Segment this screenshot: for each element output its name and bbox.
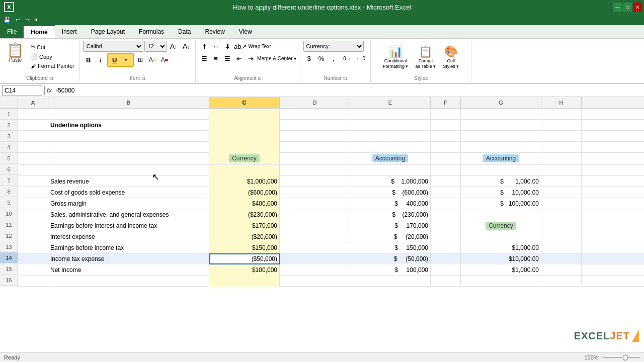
cell-h5[interactable]	[541, 153, 582, 164]
cell-g16[interactable]	[461, 276, 541, 287]
undo-button[interactable]: ↩	[14, 16, 22, 24]
cell-d5[interactable]	[280, 153, 350, 164]
cell-f16[interactable]	[431, 276, 461, 287]
cell-c7[interactable]: $1,000,000	[209, 176, 280, 187]
cell-f12[interactable]	[431, 231, 461, 242]
cell-a9[interactable]	[18, 198, 48, 209]
cell-d1[interactable]	[280, 109, 350, 120]
cell-d16[interactable]	[280, 276, 350, 287]
cell-d4[interactable]	[280, 142, 350, 153]
cell-b5[interactable]	[48, 153, 209, 164]
cell-h10[interactable]	[541, 209, 582, 220]
cell-g2[interactable]	[461, 120, 541, 131]
cell-d11[interactable]	[280, 220, 350, 231]
decrease-font-button[interactable]: A↓	[181, 41, 192, 52]
cell-c15[interactable]: $100,000	[209, 264, 280, 276]
row-num-14[interactable]: 14	[0, 252, 18, 263]
cell-e9[interactable]: $ 400,000	[350, 198, 431, 209]
cell-d15[interactable]	[280, 264, 350, 276]
cell-f10[interactable]	[431, 209, 461, 220]
cell-e14[interactable]: $ (50,000)	[350, 253, 431, 264]
cell-e5[interactable]: Accounting	[350, 153, 431, 164]
cell-d2[interactable]	[280, 120, 350, 131]
cell-g4[interactable]	[461, 142, 541, 153]
cell-h6[interactable]	[541, 165, 582, 176]
cell-b11[interactable]: Earnings before interest and income tax	[48, 220, 209, 231]
minimize-button[interactable]: ─	[613, 3, 622, 12]
row-num-12[interactable]: 12	[0, 230, 18, 241]
cell-b9[interactable]: Gross margin	[48, 198, 209, 209]
quick-access-dropdown[interactable]: ▾	[33, 16, 39, 24]
row-num-5[interactable]: 5	[0, 153, 18, 164]
row-num-8[interactable]: 8	[0, 186, 18, 197]
col-header-d[interactable]: D	[280, 97, 350, 108]
cell-a4[interactable]	[18, 142, 48, 153]
cell-h9[interactable]	[541, 198, 582, 209]
cell-h15[interactable]	[541, 264, 582, 276]
col-header-e[interactable]: E	[350, 97, 431, 108]
cell-a10[interactable]	[18, 209, 48, 220]
increase-font-button[interactable]: A↑	[168, 41, 180, 52]
cell-d6[interactable]	[280, 165, 350, 176]
cell-f8[interactable]	[431, 187, 461, 198]
row-num-2[interactable]: 2	[0, 120, 18, 131]
paste-button[interactable]: 📋 Paste	[3, 41, 28, 65]
cell-c9[interactable]: $400,000	[209, 198, 280, 209]
cell-c16[interactable]	[209, 276, 280, 287]
row-num-10[interactable]: 10	[0, 208, 18, 219]
orientation-button[interactable]: ab↗	[233, 41, 247, 52]
cell-styles-button[interactable]: 🎨 CellStyles ▾	[440, 44, 461, 71]
align-bottom-button[interactable]: ⬇	[222, 41, 233, 52]
cell-f9[interactable]	[431, 198, 461, 209]
redo-button[interactable]: ↪	[24, 16, 31, 24]
cell-c10[interactable]: ($230,000)	[209, 209, 280, 220]
cell-h13[interactable]	[541, 242, 582, 253]
cell-a12[interactable]	[18, 231, 48, 242]
cell-d7[interactable]	[280, 176, 350, 187]
tab-insert[interactable]: Insert	[55, 25, 84, 38]
cell-e10[interactable]: $ (230,000)	[350, 209, 431, 220]
row-num-1[interactable]: 1	[0, 109, 18, 120]
cell-h8[interactable]	[541, 187, 582, 198]
cell-c8[interactable]: ($600,000)	[209, 187, 280, 198]
increase-decimal-button[interactable]: ←.0	[354, 53, 367, 64]
row-num-16[interactable]: 16	[0, 275, 18, 286]
cell-e16[interactable]	[350, 276, 431, 287]
row-num-4[interactable]: 4	[0, 142, 18, 153]
cell-h14[interactable]	[541, 253, 582, 264]
row-num-13[interactable]: 13	[0, 241, 18, 252]
formula-input[interactable]	[54, 86, 642, 95]
cell-a2[interactable]	[18, 120, 48, 131]
decrease-indent-button[interactable]: ⇤	[233, 53, 245, 64]
conditional-formatting-button[interactable]: 📊 ConditionalFormatting ▾	[380, 44, 411, 71]
cell-h2[interactable]	[541, 120, 582, 131]
zoom-slider[interactable]: ─────◯───	[603, 354, 640, 360]
cell-d9[interactable]	[280, 198, 350, 209]
percent-button[interactable]: %	[315, 53, 327, 64]
align-top-button[interactable]: ⬆	[199, 41, 210, 52]
cell-a5[interactable]	[18, 153, 48, 164]
cell-h12[interactable]	[541, 231, 582, 242]
cell-f15[interactable]	[431, 264, 461, 276]
cell-b16[interactable]	[48, 276, 209, 287]
font-family-select[interactable]: Calibri Arial Times New Roman	[83, 41, 143, 52]
cell-h16[interactable]	[541, 276, 582, 287]
cell-a3[interactable]	[18, 131, 48, 142]
borders-button[interactable]: ⊞	[135, 54, 146, 65]
cell-b4[interactable]	[48, 142, 209, 153]
cell-f1[interactable]	[431, 109, 461, 120]
tab-page-layout[interactable]: Page Layout	[84, 25, 132, 38]
cell-f14[interactable]	[431, 253, 461, 264]
cell-b12[interactable]: Interest expense	[48, 231, 209, 242]
wrap-text-button[interactable]: Wrap Text	[248, 41, 272, 52]
col-header-g[interactable]: G	[461, 97, 541, 108]
cell-h7[interactable]	[541, 176, 582, 187]
cell-g14[interactable]: $10,000.00	[461, 253, 541, 264]
cell-h11[interactable]	[541, 220, 582, 231]
save-button[interactable]: 💾	[2, 16, 12, 24]
cell-g8[interactable]: $ 10,000.00	[461, 187, 541, 198]
window-controls[interactable]: ─ □ ✕	[613, 3, 642, 12]
bold-button[interactable]: B	[83, 54, 94, 65]
cell-g10[interactable]	[461, 209, 541, 220]
font-size-select[interactable]: 12 10 11 14	[144, 41, 167, 52]
